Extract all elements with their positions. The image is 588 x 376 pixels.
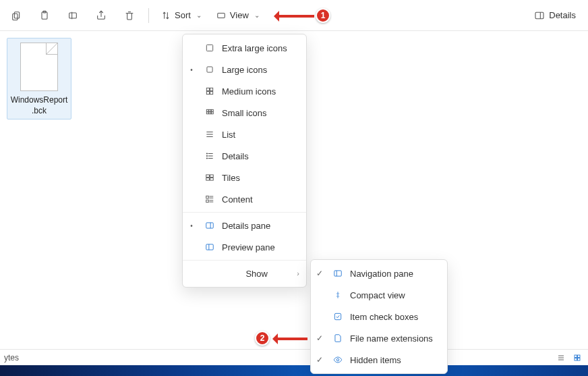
details-pane-icon [534, 10, 545, 21]
svg-rect-36 [206, 200, 209, 203]
view-label: View [230, 10, 249, 20]
svg-rect-5 [218, 13, 225, 18]
navigation-pane-icon [331, 269, 345, 278]
menu-item-label: Content [222, 194, 299, 205]
sort-button[interactable]: Sort ⌄ [157, 5, 206, 26]
svg-rect-15 [209, 109, 211, 111]
menu-item-item-check-boxes[interactable]: Item check boxes [311, 306, 447, 327]
menu-item-label: Hidden items [350, 355, 440, 365]
preview-pane-icon [203, 242, 216, 252]
svg-rect-12 [206, 92, 209, 95]
share-button[interactable] [90, 5, 112, 26]
chevron-down-icon: ⌄ [254, 11, 260, 19]
check-icon: ✓ [314, 269, 326, 278]
list-icon [203, 130, 216, 139]
details-toggle-button[interactable]: Details [530, 5, 580, 26]
copy-icon [11, 10, 22, 21]
layout-thumbnails-button[interactable] [570, 352, 584, 363]
menu-separator [183, 260, 306, 261]
svg-rect-14 [206, 109, 208, 111]
sort-icon [161, 11, 171, 20]
check-icon: ✓ [314, 333, 326, 343]
menu-item-label: File name extensions [350, 333, 440, 344]
file-item[interactable]: WindowsReport.bck [7, 38, 71, 119]
menu-item-label: Navigation pane [350, 269, 440, 279]
menu-item-label: Item check boxes [350, 312, 440, 322]
bullet: • [185, 222, 198, 230]
menu-item-show[interactable]: Show › [183, 263, 306, 284]
toolbar-separator [148, 8, 149, 23]
menu-item-preview-pane[interactable]: Preview pane [183, 236, 306, 258]
hidden-items-icon [331, 355, 345, 365]
details-pane-icon [203, 221, 216, 230]
rename-icon [67, 10, 78, 21]
check-icon: ✓ [314, 355, 326, 365]
delete-button[interactable] [119, 5, 140, 26]
svg-rect-33 [206, 196, 209, 198]
svg-rect-9 [207, 67, 212, 72]
menu-item-list[interactable]: List [183, 124, 306, 145]
view-icon [216, 11, 226, 20]
svg-rect-17 [206, 112, 208, 114]
checkbox-icon [331, 312, 345, 321]
annotation-number-2: 2 [255, 331, 270, 346]
small-icons-icon [203, 108, 216, 117]
menu-item-label: Tiles [222, 173, 299, 183]
show-submenu: ✓ Navigation pane Compact view Item chec… [310, 259, 448, 374]
compact-view-icon [331, 290, 345, 300]
menu-item-label: Preview pane [222, 242, 299, 252]
menu-item-label: Large icons [222, 65, 299, 75]
sort-label: Sort [175, 10, 191, 20]
svg-rect-30 [210, 175, 214, 178]
content-icon [203, 194, 216, 204]
extra-large-icons-icon [203, 43, 216, 53]
svg-rect-8 [206, 45, 212, 51]
svg-rect-45 [334, 313, 341, 319]
view-menu: Extra large icons • Large icons Medium i… [182, 34, 307, 288]
status-bar: ytes [0, 349, 588, 365]
menu-item-label: Medium icons [222, 86, 299, 97]
file-name: WindowsReport.bck [10, 95, 68, 116]
menu-item-details-pane[interactable]: • Details pane [183, 215, 306, 236]
menu-item-label: Details [222, 151, 299, 161]
rename-button[interactable] [62, 5, 84, 26]
menu-item-label: Compact view [350, 290, 440, 300]
svg-rect-41 [206, 244, 214, 250]
menu-item-content[interactable]: Content [183, 188, 306, 210]
copy-button[interactable] [5, 5, 27, 26]
paste-button[interactable] [34, 5, 55, 26]
menu-item-large-icons[interactable]: • Large icons [183, 59, 306, 80]
svg-rect-11 [210, 88, 213, 90]
svg-rect-19 [211, 112, 213, 114]
menu-item-compact-view[interactable]: Compact view [311, 284, 447, 306]
menu-item-small-icons[interactable]: Small icons [183, 102, 306, 124]
menu-item-hidden-items[interactable]: ✓ Hidden items [311, 349, 447, 371]
svg-rect-50 [575, 355, 577, 358]
menu-item-label: List [222, 130, 299, 140]
menu-item-label: Details pane [222, 221, 299, 231]
svg-point-27 [206, 155, 207, 156]
view-button[interactable]: View ⌄ [212, 5, 264, 26]
paste-icon [39, 10, 50, 21]
details-label: Details [549, 10, 576, 20]
menu-item-file-name-extensions[interactable]: ✓ File name extensions [311, 327, 447, 349]
menu-item-navigation-pane[interactable]: ✓ Navigation pane [311, 263, 447, 284]
trash-icon [124, 10, 135, 21]
annotation-arrow-2 [274, 338, 307, 340]
svg-rect-29 [206, 175, 210, 178]
medium-icons-icon [203, 86, 216, 96]
annotation-number-1: 1 [316, 8, 330, 23]
layout-details-button[interactable] [554, 352, 568, 363]
svg-rect-53 [578, 358, 581, 360]
tiles-icon [203, 173, 216, 182]
file-extensions-icon [331, 333, 345, 343]
svg-rect-18 [209, 112, 211, 114]
menu-item-label: Small icons [222, 108, 299, 118]
menu-item-extra-large-icons[interactable]: Extra large icons [183, 37, 306, 59]
menu-item-medium-icons[interactable]: Medium icons [183, 80, 306, 102]
menu-item-details[interactable]: Details [183, 145, 306, 167]
menu-item-tiles[interactable]: Tiles [183, 167, 306, 188]
share-icon [96, 10, 107, 21]
svg-rect-52 [575, 358, 577, 360]
svg-rect-0 [14, 11, 19, 18]
